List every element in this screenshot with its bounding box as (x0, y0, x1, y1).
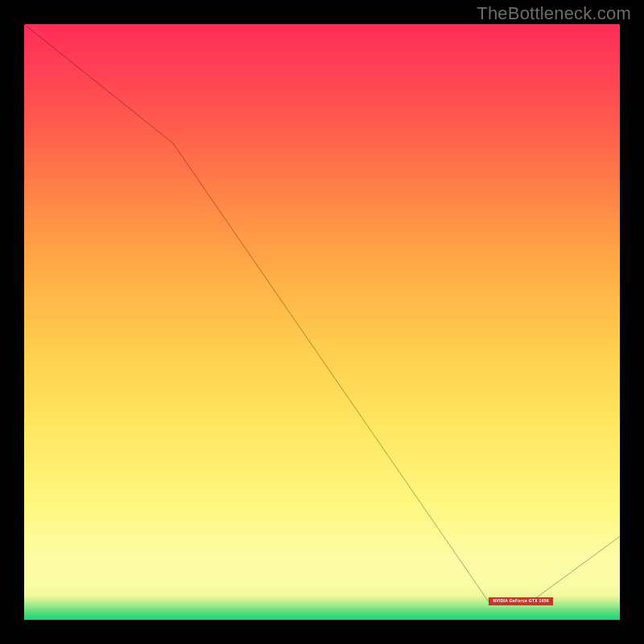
plot-area: NVIDIA GeForce GTX 1650 (24, 24, 620, 620)
chart-root: TheBottleneck.com NVIDIA GeForce GTX 165… (0, 0, 644, 644)
attribution-text: TheBottleneck.com (477, 3, 631, 24)
bottleneck-curve (24, 24, 620, 620)
gpu-marker-label: NVIDIA GeForce GTX 1650 (489, 597, 553, 605)
